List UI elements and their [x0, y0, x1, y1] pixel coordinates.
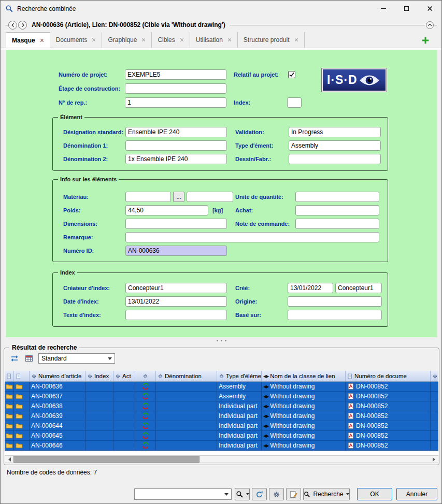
table-row[interactable]: AN-000637 Assembly ◀▶Without drawing DN-…	[5, 392, 438, 401]
element-type-input[interactable]	[289, 140, 381, 151]
texte-index-input[interactable]	[125, 310, 227, 320]
tab-close-icon[interactable]	[294, 38, 298, 42]
element-group-title: Élément	[58, 113, 84, 121]
table-row[interactable]: AN-000645 Individual part ◀▶Without draw…	[5, 431, 438, 441]
designation-standard-input[interactable]	[125, 127, 227, 137]
tab-close-icon[interactable]	[92, 38, 96, 42]
materiau-input-2[interactable]	[187, 192, 233, 202]
splitter-handle[interactable]	[6, 338, 437, 343]
attribute-icon	[31, 373, 37, 379]
date-index-input[interactable]	[125, 296, 227, 307]
denomination1-input[interactable]	[125, 140, 227, 151]
header-numero-document[interactable]: Numéro de docume	[346, 371, 431, 381]
footer-combo[interactable]	[134, 488, 232, 500]
table-icon	[25, 354, 33, 363]
poids-input[interactable]	[125, 205, 208, 215]
scroll-left-button[interactable]	[5, 456, 13, 463]
dimensions-input[interactable]	[125, 219, 227, 229]
cree-par-input[interactable]	[335, 283, 382, 293]
table-row[interactable]: AN-000644 Individual part ◀▶Without draw…	[5, 421, 438, 431]
construction-stage-input[interactable]	[125, 83, 226, 94]
cree-date-input[interactable]	[288, 283, 333, 293]
rep-number-input[interactable]	[125, 97, 226, 108]
header-icon-col-1[interactable]	[5, 371, 14, 381]
refresh-button[interactable]	[252, 488, 267, 500]
tab-cibles[interactable]: Cibles	[152, 32, 190, 48]
header-classe-lien[interactable]: ◀▶Nom de la classe de lien	[262, 371, 346, 381]
collapse-button[interactable]	[426, 21, 434, 29]
validation-input[interactable]	[289, 127, 381, 137]
next-record-button[interactable]	[18, 21, 27, 30]
tab-structure-produit[interactable]: Structure produit	[238, 32, 305, 48]
origine-input[interactable]	[288, 296, 382, 307]
mask-panel: Numéro de projet: Relatif au projet: I·S…	[6, 50, 437, 337]
denomination2-input[interactable]	[125, 154, 227, 164]
scrollbar-track[interactable]	[199, 456, 430, 463]
header-denomination[interactable]: Dénomination	[156, 371, 217, 381]
cell-folder	[5, 441, 14, 450]
cell-type: Assembly	[217, 392, 262, 401]
cell-article: AN-000637	[30, 392, 85, 401]
minimize-button[interactable]	[372, 1, 395, 17]
dessin-fabr-input[interactable]	[289, 154, 381, 164]
materiau-input-1[interactable]	[125, 192, 171, 202]
maximize-button[interactable]	[395, 1, 418, 17]
header-act[interactable]: Act	[113, 371, 135, 381]
scroll-right-button[interactable]	[430, 456, 438, 463]
header-in[interactable]: In	[431, 371, 438, 381]
tab-masque[interactable]: Masque	[6, 32, 50, 48]
edit-document-button[interactable]	[286, 488, 301, 500]
quick-search-button[interactable]	[235, 488, 250, 500]
isd-eye-icon	[359, 73, 380, 88]
titlebar[interactable]: Recherche combinée	[1, 1, 441, 17]
note-commande-input[interactable]	[295, 219, 379, 229]
horizontal-scrollbar[interactable]	[5, 455, 438, 463]
index-input[interactable]	[287, 97, 302, 108]
materiau-browse-button[interactable]: ...	[173, 192, 184, 202]
designation-standard-label: Désignation standard:	[63, 127, 123, 137]
achat-input[interactable]	[295, 205, 379, 215]
table-row[interactable]: AN-000646 Individual part ◀▶Without draw…	[5, 441, 438, 451]
workflow-status-icon	[142, 422, 149, 429]
tab-documents[interactable]: Documents	[50, 32, 103, 48]
annuler-button[interactable]: Annuler	[396, 488, 437, 500]
relative-to-project-checkbox[interactable]	[288, 71, 295, 78]
header-type-element[interactable]: Type d'élément	[217, 371, 262, 381]
table-row[interactable]: AN-000639 Individual part ◀▶Without draw…	[5, 411, 438, 421]
numero-id-input[interactable]	[125, 246, 227, 256]
recherche-button[interactable]: Recherche	[303, 488, 350, 500]
header-numero-article[interactable]: Numéro d'article	[30, 371, 85, 381]
close-button[interactable]	[418, 1, 441, 17]
tab-close-icon[interactable]	[141, 38, 146, 42]
tab-close-icon[interactable]	[180, 38, 184, 42]
tab-utilisation[interactable]: Utilisation	[190, 32, 238, 48]
transfer-button[interactable]	[9, 354, 19, 363]
header-status[interactable]	[135, 371, 156, 381]
createur-index-input[interactable]	[125, 283, 227, 293]
remarque-input[interactable]	[125, 232, 379, 242]
createur-index-label: Créateur d'index:	[63, 283, 110, 293]
tab-close-icon[interactable]	[40, 38, 44, 42]
settings-button[interactable]	[269, 488, 284, 500]
result-view-select[interactable]: Standard	[38, 353, 115, 364]
project-number-input[interactable]	[125, 69, 226, 80]
cell-document: DN-000852	[346, 401, 431, 411]
table-row[interactable]: AN-000636 Assembly ◀▶Without drawing DN-…	[5, 382, 438, 392]
tab-graphique[interactable]: Graphique	[102, 32, 152, 48]
base-sur-input[interactable]	[288, 310, 382, 320]
header-icon-col-2[interactable]	[14, 371, 30, 381]
link-class-value: Without drawing	[270, 432, 315, 439]
cell-in	[431, 382, 438, 391]
tab-close-icon[interactable]	[227, 38, 232, 42]
table-row[interactable]: AN-000638 Individual part ◀▶Without draw…	[5, 401, 438, 411]
header-index[interactable]: Index	[85, 371, 113, 381]
header-label: Dénomination	[165, 373, 202, 379]
drawing-document-icon	[347, 383, 354, 390]
ok-button[interactable]: OK	[357, 488, 392, 500]
previous-record-button[interactable]	[8, 21, 17, 30]
add-tab-button[interactable]	[421, 36, 430, 45]
unite-quantite-input[interactable]	[295, 192, 379, 202]
result-list-config-button[interactable]	[24, 354, 34, 363]
magnifier-icon	[236, 491, 244, 498]
scrollbar-thumb[interactable]	[13, 456, 199, 463]
